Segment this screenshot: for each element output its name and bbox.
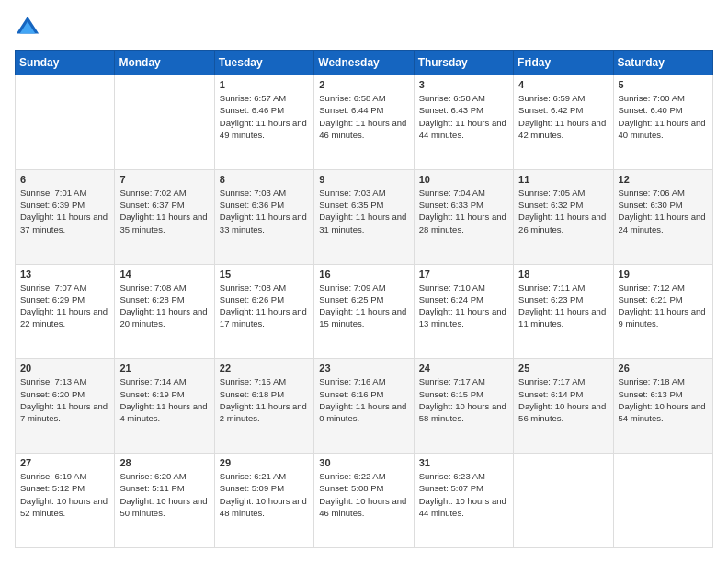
day-info: Sunrise: 6:58 AM Sunset: 6:44 PM Dayligh… <box>319 92 408 141</box>
calendar-cell: 29Sunrise: 6:21 AM Sunset: 5:09 PM Dayli… <box>214 454 313 548</box>
day-info: Sunrise: 7:08 AM Sunset: 6:26 PM Dayligh… <box>220 282 309 330</box>
calendar-cell <box>115 75 214 170</box>
calendar-week-row: 20Sunrise: 7:13 AM Sunset: 6:20 PM Dayli… <box>16 359 713 454</box>
calendar-cell: 10Sunrise: 7:04 AM Sunset: 6:33 PM Dayli… <box>414 169 513 264</box>
day-info: Sunrise: 7:03 AM Sunset: 6:35 PM Dayligh… <box>319 187 408 236</box>
day-number: 13 <box>20 269 109 280</box>
calendar-cell: 11Sunrise: 7:05 AM Sunset: 6:32 PM Dayli… <box>514 169 613 264</box>
day-number: 22 <box>220 362 309 373</box>
calendar-cell: 16Sunrise: 7:09 AM Sunset: 6:25 PM Dayli… <box>314 264 414 359</box>
day-info: Sunrise: 6:22 AM Sunset: 5:08 PM Dayligh… <box>319 470 408 519</box>
calendar-table: SundayMondayTuesdayWednesdayThursdayFrid… <box>15 50 713 548</box>
calendar-cell: 5Sunrise: 7:00 AM Sunset: 6:40 PM Daylig… <box>613 75 712 170</box>
day-info: Sunrise: 7:09 AM Sunset: 6:25 PM Dayligh… <box>319 282 408 330</box>
day-number: 18 <box>518 269 608 280</box>
day-number: 17 <box>419 269 508 280</box>
weekday-header: Wednesday <box>314 51 414 75</box>
calendar-cell: 17Sunrise: 7:10 AM Sunset: 6:24 PM Dayli… <box>414 264 513 359</box>
day-number: 28 <box>119 457 209 468</box>
day-info: Sunrise: 6:21 AM Sunset: 5:09 PM Dayligh… <box>220 470 309 519</box>
day-number: 11 <box>518 174 608 185</box>
day-number: 12 <box>619 174 708 185</box>
day-info: Sunrise: 7:14 AM Sunset: 6:19 PM Dayligh… <box>119 375 209 424</box>
logo-icon <box>15 15 40 40</box>
calendar-cell: 28Sunrise: 6:20 AM Sunset: 5:11 PM Dayli… <box>115 454 214 548</box>
calendar-cell: 22Sunrise: 7:15 AM Sunset: 6:18 PM Dayli… <box>214 359 313 454</box>
day-number: 1 <box>220 79 309 90</box>
day-number: 3 <box>419 79 508 90</box>
day-number: 2 <box>319 79 408 90</box>
day-number: 4 <box>518 79 608 90</box>
calendar-cell: 4Sunrise: 6:59 AM Sunset: 6:42 PM Daylig… <box>514 75 613 170</box>
calendar-cell: 26Sunrise: 7:18 AM Sunset: 6:13 PM Dayli… <box>613 359 712 454</box>
day-info: Sunrise: 7:00 AM Sunset: 6:40 PM Dayligh… <box>619 92 708 141</box>
day-info: Sunrise: 7:15 AM Sunset: 6:18 PM Dayligh… <box>220 375 309 424</box>
day-number: 30 <box>319 457 408 468</box>
calendar-cell <box>514 454 613 548</box>
day-info: Sunrise: 7:02 AM Sunset: 6:37 PM Dayligh… <box>119 187 209 236</box>
day-number: 25 <box>518 362 608 373</box>
calendar-cell: 21Sunrise: 7:14 AM Sunset: 6:19 PM Dayli… <box>115 359 214 454</box>
day-number: 31 <box>419 457 508 468</box>
day-number: 9 <box>319 174 408 185</box>
day-number: 14 <box>119 269 209 280</box>
weekday-header: Tuesday <box>214 51 313 75</box>
calendar-week-row: 1Sunrise: 6:57 AM Sunset: 6:46 PM Daylig… <box>16 75 713 170</box>
day-number: 5 <box>619 79 708 90</box>
day-info: Sunrise: 7:12 AM Sunset: 6:21 PM Dayligh… <box>619 282 708 330</box>
day-info: Sunrise: 7:17 AM Sunset: 6:14 PM Dayligh… <box>518 375 608 424</box>
day-info: Sunrise: 7:18 AM Sunset: 6:13 PM Dayligh… <box>619 375 708 424</box>
day-number: 19 <box>619 269 708 280</box>
day-info: Sunrise: 7:10 AM Sunset: 6:24 PM Dayligh… <box>419 282 508 330</box>
weekday-header: Thursday <box>414 51 513 75</box>
calendar-cell: 25Sunrise: 7:17 AM Sunset: 6:14 PM Dayli… <box>514 359 613 454</box>
calendar-cell: 18Sunrise: 7:11 AM Sunset: 6:23 PM Dayli… <box>514 264 613 359</box>
weekday-header: Sunday <box>16 51 115 75</box>
day-info: Sunrise: 7:06 AM Sunset: 6:30 PM Dayligh… <box>619 187 708 236</box>
calendar-cell: 1Sunrise: 6:57 AM Sunset: 6:46 PM Daylig… <box>214 75 313 170</box>
calendar-week-row: 27Sunrise: 6:19 AM Sunset: 5:12 PM Dayli… <box>16 454 713 548</box>
day-number: 24 <box>419 362 508 373</box>
calendar-cell: 15Sunrise: 7:08 AM Sunset: 6:26 PM Dayli… <box>214 264 313 359</box>
calendar-cell: 12Sunrise: 7:06 AM Sunset: 6:30 PM Dayli… <box>613 169 712 264</box>
day-number: 27 <box>20 457 109 468</box>
calendar-cell: 20Sunrise: 7:13 AM Sunset: 6:20 PM Dayli… <box>16 359 115 454</box>
calendar-week-row: 6Sunrise: 7:01 AM Sunset: 6:39 PM Daylig… <box>16 169 713 264</box>
calendar-cell: 24Sunrise: 7:17 AM Sunset: 6:15 PM Dayli… <box>414 359 513 454</box>
calendar-week-row: 13Sunrise: 7:07 AM Sunset: 6:29 PM Dayli… <box>16 264 713 359</box>
header <box>15 15 713 40</box>
day-number: 7 <box>119 174 209 185</box>
day-number: 29 <box>220 457 309 468</box>
calendar-cell: 27Sunrise: 6:19 AM Sunset: 5:12 PM Dayli… <box>16 454 115 548</box>
day-number: 10 <box>419 174 508 185</box>
calendar-header-row: SundayMondayTuesdayWednesdayThursdayFrid… <box>16 51 713 75</box>
day-info: Sunrise: 7:04 AM Sunset: 6:33 PM Dayligh… <box>419 187 508 236</box>
day-info: Sunrise: 6:19 AM Sunset: 5:12 PM Dayligh… <box>20 470 109 519</box>
day-info: Sunrise: 7:01 AM Sunset: 6:39 PM Dayligh… <box>20 187 109 236</box>
calendar-cell: 9Sunrise: 7:03 AM Sunset: 6:35 PM Daylig… <box>314 169 414 264</box>
day-number: 16 <box>319 269 408 280</box>
calendar-cell <box>16 75 115 170</box>
day-number: 26 <box>619 362 708 373</box>
day-info: Sunrise: 7:11 AM Sunset: 6:23 PM Dayligh… <box>518 282 608 330</box>
page: SundayMondayTuesdayWednesdayThursdayFrid… <box>0 0 728 563</box>
calendar-cell: 2Sunrise: 6:58 AM Sunset: 6:44 PM Daylig… <box>314 75 414 170</box>
calendar-cell: 19Sunrise: 7:12 AM Sunset: 6:21 PM Dayli… <box>613 264 712 359</box>
calendar-cell: 7Sunrise: 7:02 AM Sunset: 6:37 PM Daylig… <box>115 169 214 264</box>
day-info: Sunrise: 7:08 AM Sunset: 6:28 PM Dayligh… <box>119 282 209 330</box>
calendar-cell: 14Sunrise: 7:08 AM Sunset: 6:28 PM Dayli… <box>115 264 214 359</box>
day-info: Sunrise: 7:16 AM Sunset: 6:16 PM Dayligh… <box>319 375 408 424</box>
calendar-cell: 6Sunrise: 7:01 AM Sunset: 6:39 PM Daylig… <box>16 169 115 264</box>
weekday-header: Friday <box>514 51 613 75</box>
day-info: Sunrise: 6:23 AM Sunset: 5:07 PM Dayligh… <box>419 470 508 519</box>
day-number: 15 <box>220 269 309 280</box>
logo <box>15 15 44 40</box>
day-info: Sunrise: 7:13 AM Sunset: 6:20 PM Dayligh… <box>20 375 109 424</box>
calendar-cell: 31Sunrise: 6:23 AM Sunset: 5:07 PM Dayli… <box>414 454 513 548</box>
day-info: Sunrise: 6:58 AM Sunset: 6:43 PM Dayligh… <box>419 92 508 141</box>
day-info: Sunrise: 7:03 AM Sunset: 6:36 PM Dayligh… <box>220 187 309 236</box>
calendar-cell: 30Sunrise: 6:22 AM Sunset: 5:08 PM Dayli… <box>314 454 414 548</box>
day-info: Sunrise: 7:17 AM Sunset: 6:15 PM Dayligh… <box>419 375 508 424</box>
day-info: Sunrise: 7:05 AM Sunset: 6:32 PM Dayligh… <box>518 187 608 236</box>
day-info: Sunrise: 6:57 AM Sunset: 6:46 PM Dayligh… <box>220 92 309 141</box>
